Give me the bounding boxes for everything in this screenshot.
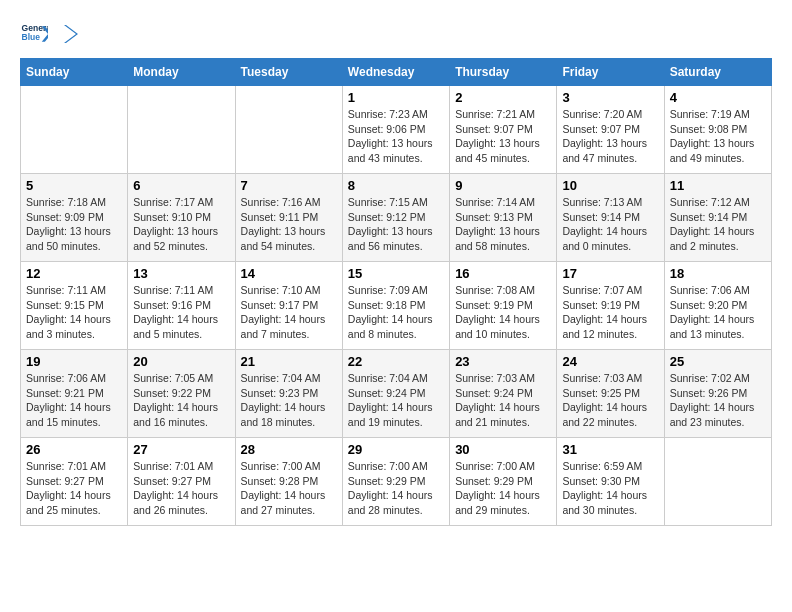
day-info: Sunrise: 7:15 AMSunset: 9:12 PMDaylight:… (348, 195, 444, 254)
day-info: Sunrise: 7:13 AMSunset: 9:14 PMDaylight:… (562, 195, 658, 254)
calendar-cell (21, 86, 128, 174)
day-info: Sunrise: 7:03 AMSunset: 9:25 PMDaylight:… (562, 371, 658, 430)
calendar-cell: 6Sunrise: 7:17 AMSunset: 9:10 PMDaylight… (128, 174, 235, 262)
day-info: Sunrise: 7:06 AMSunset: 9:20 PMDaylight:… (670, 283, 766, 342)
day-info: Sunrise: 7:07 AMSunset: 9:19 PMDaylight:… (562, 283, 658, 342)
calendar-cell: 14Sunrise: 7:10 AMSunset: 9:17 PMDayligh… (235, 262, 342, 350)
day-number: 18 (670, 266, 766, 281)
day-number: 16 (455, 266, 551, 281)
calendar-cell: 31Sunrise: 6:59 AMSunset: 9:30 PMDayligh… (557, 438, 664, 526)
weekday-header-wednesday: Wednesday (342, 59, 449, 86)
day-number: 21 (241, 354, 337, 369)
calendar-cell: 19Sunrise: 7:06 AMSunset: 9:21 PMDayligh… (21, 350, 128, 438)
calendar-cell: 16Sunrise: 7:08 AMSunset: 9:19 PMDayligh… (450, 262, 557, 350)
calendar-cell: 28Sunrise: 7:00 AMSunset: 9:28 PMDayligh… (235, 438, 342, 526)
day-info: Sunrise: 7:20 AMSunset: 9:07 PMDaylight:… (562, 107, 658, 166)
day-info: Sunrise: 7:19 AMSunset: 9:08 PMDaylight:… (670, 107, 766, 166)
day-info: Sunrise: 7:10 AMSunset: 9:17 PMDaylight:… (241, 283, 337, 342)
day-info: Sunrise: 6:59 AMSunset: 9:30 PMDaylight:… (562, 459, 658, 518)
svg-marker-4 (64, 25, 78, 43)
calendar-week-1: 1Sunrise: 7:23 AMSunset: 9:06 PMDaylight… (21, 86, 772, 174)
calendar-cell: 25Sunrise: 7:02 AMSunset: 9:26 PMDayligh… (664, 350, 771, 438)
day-info: Sunrise: 7:03 AMSunset: 9:24 PMDaylight:… (455, 371, 551, 430)
day-info: Sunrise: 7:14 AMSunset: 9:13 PMDaylight:… (455, 195, 551, 254)
calendar-cell: 18Sunrise: 7:06 AMSunset: 9:20 PMDayligh… (664, 262, 771, 350)
day-number: 9 (455, 178, 551, 193)
calendar-week-5: 26Sunrise: 7:01 AMSunset: 9:27 PMDayligh… (21, 438, 772, 526)
day-info: Sunrise: 7:11 AMSunset: 9:15 PMDaylight:… (26, 283, 122, 342)
day-number: 4 (670, 90, 766, 105)
calendar-cell: 4Sunrise: 7:19 AMSunset: 9:08 PMDaylight… (664, 86, 771, 174)
day-info: Sunrise: 7:04 AMSunset: 9:24 PMDaylight:… (348, 371, 444, 430)
day-number: 20 (133, 354, 229, 369)
calendar-cell: 1Sunrise: 7:23 AMSunset: 9:06 PMDaylight… (342, 86, 449, 174)
calendar-cell (128, 86, 235, 174)
calendar-cell: 10Sunrise: 7:13 AMSunset: 9:14 PMDayligh… (557, 174, 664, 262)
calendar-cell: 24Sunrise: 7:03 AMSunset: 9:25 PMDayligh… (557, 350, 664, 438)
day-number: 10 (562, 178, 658, 193)
day-number: 15 (348, 266, 444, 281)
day-number: 30 (455, 442, 551, 457)
day-number: 2 (455, 90, 551, 105)
calendar-cell: 13Sunrise: 7:11 AMSunset: 9:16 PMDayligh… (128, 262, 235, 350)
day-number: 22 (348, 354, 444, 369)
day-number: 6 (133, 178, 229, 193)
day-info: Sunrise: 7:05 AMSunset: 9:22 PMDaylight:… (133, 371, 229, 430)
day-number: 11 (670, 178, 766, 193)
calendar-cell: 26Sunrise: 7:01 AMSunset: 9:27 PMDayligh… (21, 438, 128, 526)
calendar-cell: 3Sunrise: 7:20 AMSunset: 9:07 PMDaylight… (557, 86, 664, 174)
day-number: 12 (26, 266, 122, 281)
day-info: Sunrise: 7:01 AMSunset: 9:27 PMDaylight:… (133, 459, 229, 518)
calendar-week-4: 19Sunrise: 7:06 AMSunset: 9:21 PMDayligh… (21, 350, 772, 438)
day-number: 5 (26, 178, 122, 193)
calendar-cell: 29Sunrise: 7:00 AMSunset: 9:29 PMDayligh… (342, 438, 449, 526)
day-number: 25 (670, 354, 766, 369)
calendar-cell: 21Sunrise: 7:04 AMSunset: 9:23 PMDayligh… (235, 350, 342, 438)
weekday-header-tuesday: Tuesday (235, 59, 342, 86)
day-info: Sunrise: 7:11 AMSunset: 9:16 PMDaylight:… (133, 283, 229, 342)
calendar-cell: 22Sunrise: 7:04 AMSunset: 9:24 PMDayligh… (342, 350, 449, 438)
calendar-cell: 8Sunrise: 7:15 AMSunset: 9:12 PMDaylight… (342, 174, 449, 262)
day-number: 7 (241, 178, 337, 193)
header-row: SundayMondayTuesdayWednesdayThursdayFrid… (21, 59, 772, 86)
day-number: 13 (133, 266, 229, 281)
weekday-header-thursday: Thursday (450, 59, 557, 86)
day-info: Sunrise: 7:06 AMSunset: 9:21 PMDaylight:… (26, 371, 122, 430)
day-info: Sunrise: 7:09 AMSunset: 9:18 PMDaylight:… (348, 283, 444, 342)
day-number: 29 (348, 442, 444, 457)
calendar-cell: 9Sunrise: 7:14 AMSunset: 9:13 PMDaylight… (450, 174, 557, 262)
calendar-cell: 11Sunrise: 7:12 AMSunset: 9:14 PMDayligh… (664, 174, 771, 262)
calendar-week-2: 5Sunrise: 7:18 AMSunset: 9:09 PMDaylight… (21, 174, 772, 262)
day-number: 31 (562, 442, 658, 457)
logo-icon: General Blue (20, 20, 48, 48)
weekday-header-sunday: Sunday (21, 59, 128, 86)
calendar-table: SundayMondayTuesdayWednesdayThursdayFrid… (20, 58, 772, 526)
day-number: 17 (562, 266, 658, 281)
calendar-cell: 23Sunrise: 7:03 AMSunset: 9:24 PMDayligh… (450, 350, 557, 438)
day-number: 8 (348, 178, 444, 193)
svg-text:Blue: Blue (22, 32, 41, 42)
day-info: Sunrise: 7:16 AMSunset: 9:11 PMDaylight:… (241, 195, 337, 254)
logo-arrow-icon (56, 23, 78, 45)
day-number: 19 (26, 354, 122, 369)
day-info: Sunrise: 7:08 AMSunset: 9:19 PMDaylight:… (455, 283, 551, 342)
calendar-cell: 15Sunrise: 7:09 AMSunset: 9:18 PMDayligh… (342, 262, 449, 350)
day-info: Sunrise: 7:02 AMSunset: 9:26 PMDaylight:… (670, 371, 766, 430)
day-info: Sunrise: 7:00 AMSunset: 9:28 PMDaylight:… (241, 459, 337, 518)
day-info: Sunrise: 7:17 AMSunset: 9:10 PMDaylight:… (133, 195, 229, 254)
calendar-cell: 17Sunrise: 7:07 AMSunset: 9:19 PMDayligh… (557, 262, 664, 350)
day-number: 23 (455, 354, 551, 369)
day-info: Sunrise: 7:21 AMSunset: 9:07 PMDaylight:… (455, 107, 551, 166)
day-info: Sunrise: 7:04 AMSunset: 9:23 PMDaylight:… (241, 371, 337, 430)
day-number: 1 (348, 90, 444, 105)
calendar-cell (235, 86, 342, 174)
day-info: Sunrise: 7:00 AMSunset: 9:29 PMDaylight:… (455, 459, 551, 518)
day-info: Sunrise: 7:01 AMSunset: 9:27 PMDaylight:… (26, 459, 122, 518)
weekday-header-friday: Friday (557, 59, 664, 86)
day-number: 14 (241, 266, 337, 281)
calendar-cell: 5Sunrise: 7:18 AMSunset: 9:09 PMDaylight… (21, 174, 128, 262)
day-number: 28 (241, 442, 337, 457)
calendar-cell: 7Sunrise: 7:16 AMSunset: 9:11 PMDaylight… (235, 174, 342, 262)
page-header: General Blue (20, 20, 772, 48)
weekday-header-monday: Monday (128, 59, 235, 86)
